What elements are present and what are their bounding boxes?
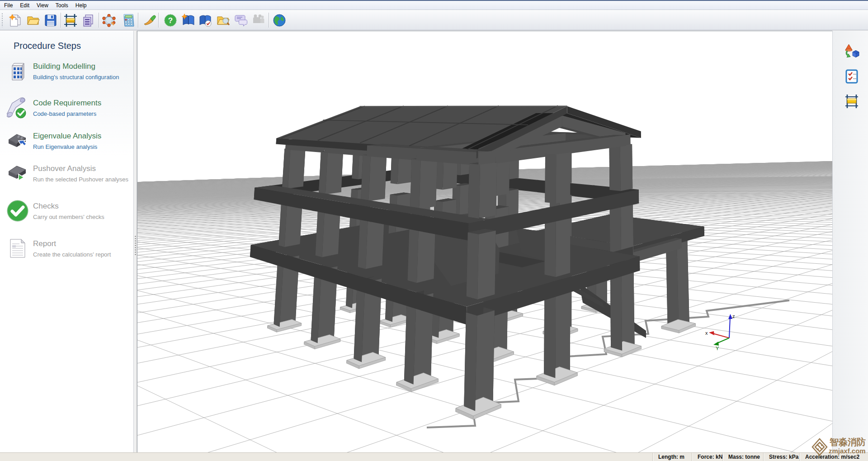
- svg-text:?: ?: [168, 16, 173, 25]
- svg-text:Y: Y: [716, 346, 719, 351]
- svg-text:x: x: [705, 330, 708, 336]
- svg-text:z: z: [732, 314, 735, 319]
